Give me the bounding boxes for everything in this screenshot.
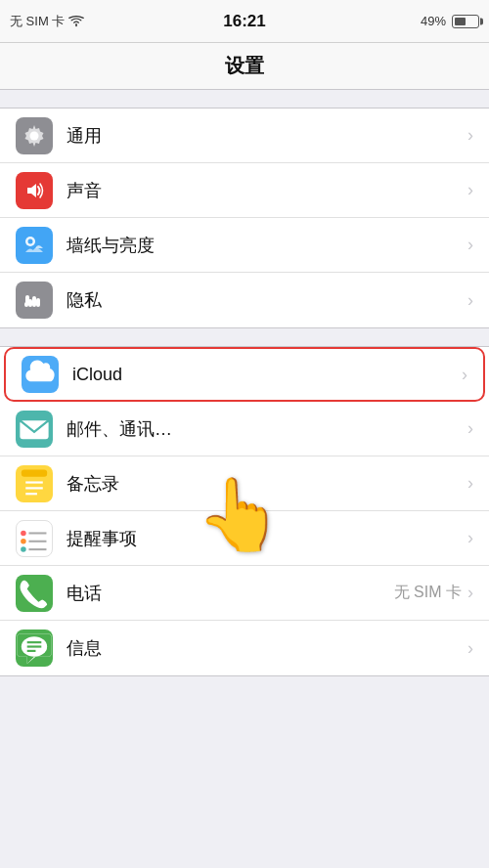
reminders-chevron: › xyxy=(467,528,473,548)
svg-rect-5 xyxy=(32,296,36,307)
icloud-icon xyxy=(22,356,59,393)
messages-svg xyxy=(16,629,53,667)
wallpaper-label: 墙纸与亮度 xyxy=(67,234,467,257)
notes-label: 备忘录 xyxy=(67,472,467,496)
section-gap-2 xyxy=(0,328,489,346)
settings-item-messages[interactable]: 信息 › xyxy=(0,621,489,675)
settings-group-2: iCloud › 邮件、通讯… › 备忘录 › xyxy=(0,346,489,676)
privacy-hand-svg xyxy=(22,287,47,313)
phone-svg xyxy=(16,575,53,612)
page-title-bar: 设置 xyxy=(0,43,489,90)
svg-point-15 xyxy=(21,530,26,536)
svg-rect-6 xyxy=(36,298,40,307)
svg-rect-11 xyxy=(22,469,47,476)
reminders-icon xyxy=(16,520,53,557)
section-gap-1 xyxy=(0,90,489,108)
general-label: 通用 xyxy=(67,124,467,148)
messages-icon xyxy=(16,629,53,667)
battery-percent: 49% xyxy=(421,14,446,28)
notes-svg xyxy=(16,465,53,502)
messages-chevron: › xyxy=(467,638,473,659)
battery-area: 49% xyxy=(421,14,479,28)
mail-svg xyxy=(16,411,53,448)
sound-icon xyxy=(16,172,53,209)
settings-item-general[interactable]: 通用 › xyxy=(0,108,489,163)
settings-item-mail[interactable]: 邮件、通讯… › xyxy=(0,402,489,456)
privacy-chevron: › xyxy=(467,290,473,311)
icloud-label: iCloud xyxy=(72,365,462,385)
reminders-label: 提醒事项 xyxy=(67,527,467,550)
mail-label: 邮件、通讯… xyxy=(67,417,467,441)
settings-group-1: 通用 › 声音 › 墙纸与亮度 › xyxy=(0,108,489,328)
privacy-icon xyxy=(16,282,53,319)
battery-fill xyxy=(455,18,466,25)
status-time: 16:21 xyxy=(223,12,265,31)
svg-point-16 xyxy=(21,539,26,544)
carrier-text: 无 SIM 卡 xyxy=(10,13,65,30)
wallpaper-chevron: › xyxy=(467,235,473,255)
svg-rect-8 xyxy=(25,295,29,304)
sound-chevron: › xyxy=(467,180,473,200)
reminders-svg xyxy=(17,521,52,556)
gear-svg xyxy=(22,123,47,149)
settings-item-notes[interactable]: 备忘录 › xyxy=(0,456,489,511)
wifi-icon xyxy=(68,16,84,27)
svg-marker-1 xyxy=(27,184,36,197)
page-title: 设置 xyxy=(225,53,264,79)
settings-item-reminders[interactable]: 提醒事项 › xyxy=(0,511,489,566)
settings-item-privacy[interactable]: 隐私 › xyxy=(0,273,489,327)
sound-svg xyxy=(22,178,47,203)
phone-chevron: › xyxy=(467,583,473,603)
mail-chevron: › xyxy=(467,418,473,439)
general-chevron: › xyxy=(467,125,473,146)
notes-icon xyxy=(16,465,53,502)
carrier-wifi: 无 SIM 卡 xyxy=(10,13,84,30)
settings-item-sound[interactable]: 声音 › xyxy=(0,163,489,218)
icloud-svg xyxy=(22,356,59,393)
mail-icon xyxy=(16,411,53,448)
settings-item-phone[interactable]: 电话 无 SIM 卡 › xyxy=(0,566,489,621)
icloud-chevron: › xyxy=(462,365,467,385)
general-icon xyxy=(16,117,53,154)
wallpaper-icon xyxy=(16,227,53,264)
phone-label: 电话 xyxy=(67,582,394,605)
status-bar: 无 SIM 卡 16:21 49% xyxy=(0,0,489,43)
notes-chevron: › xyxy=(467,473,473,494)
wallpaper-svg xyxy=(22,233,47,258)
messages-label: 信息 xyxy=(67,636,467,660)
phone-icon xyxy=(16,575,53,612)
svg-point-17 xyxy=(21,546,26,552)
battery-icon xyxy=(452,15,479,28)
sound-label: 声音 xyxy=(67,179,467,202)
settings-item-wallpaper[interactable]: 墙纸与亮度 › xyxy=(0,218,489,273)
settings-item-icloud[interactable]: iCloud › xyxy=(4,347,485,402)
phone-sublabel: 无 SIM 卡 xyxy=(394,583,462,603)
privacy-label: 隐私 xyxy=(67,288,467,312)
svg-point-3 xyxy=(28,239,33,243)
